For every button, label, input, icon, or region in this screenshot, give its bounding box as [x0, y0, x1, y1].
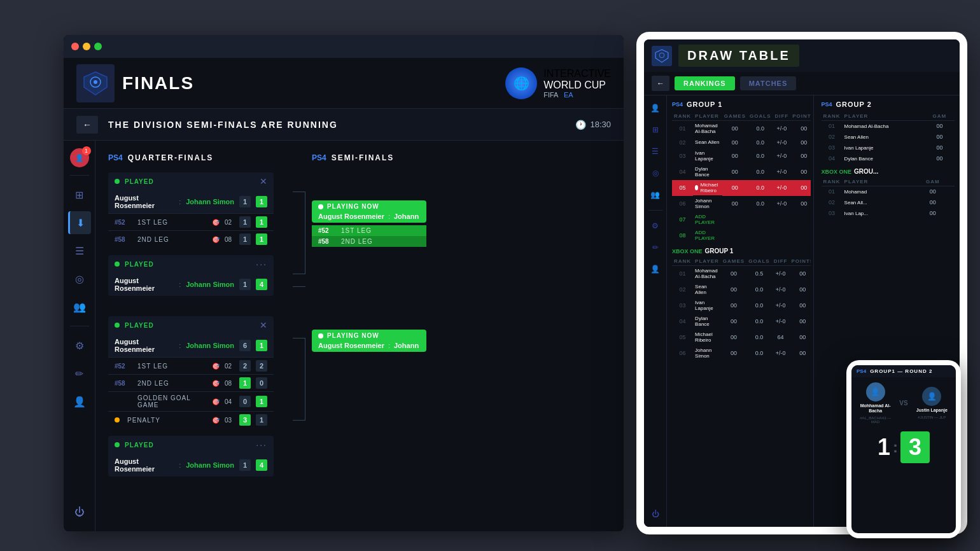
fifa-text: INTERACTIVE WORLD CUP FIFA EA — [543, 68, 611, 99]
tablet-back-button[interactable]: ← — [652, 76, 669, 91]
player-michael: Michael Ribeiro — [693, 180, 722, 196]
tablet-sidebar-power[interactable]: ⏻ — [648, 506, 663, 522]
maximize-dot[interactable] — [94, 43, 102, 50]
back-button[interactable]: ← — [76, 116, 98, 134]
games-03: 00 — [722, 148, 748, 164]
sidebar-divider-1 — [70, 175, 89, 176]
match-card-2: PLAYED ··· August Rosenmeier : Johann Si… — [108, 255, 274, 296]
match-card-4: PLAYED ··· August Rosenmeier : Johann Si… — [108, 436, 274, 477]
ps4-group2-header: PS4 GROUP 2 — [822, 101, 955, 108]
points-05: 00 — [790, 180, 810, 197]
diff-05: +/-0 — [773, 180, 790, 197]
xbox-col-player: PLAYER — [693, 257, 721, 266]
semi2-header: PLAYING NOW — [318, 332, 420, 339]
score2-4: 4 — [256, 459, 267, 471]
player1-name-1: August Rosenmeier — [115, 194, 174, 209]
goals-02: 0.0 — [748, 137, 773, 148]
close-dot[interactable] — [71, 43, 79, 50]
tablet-sidebar-avatar[interactable]: 👤 — [648, 101, 663, 116]
semi2-colon: : — [388, 342, 390, 349]
rank-07: 07 — [672, 212, 693, 228]
svg-marker-3 — [655, 50, 668, 62]
close-button-3[interactable]: ✕ — [260, 320, 267, 330]
player1-name-4: August Rosenmeier — [115, 457, 174, 473]
match-card-1: PLAYED ✕ August Rosenmeier : Johann Simo… — [108, 172, 274, 248]
fifa-globe-icon: 🌐 — [505, 67, 537, 99]
score-colon-2: : — [179, 281, 181, 288]
xbox-group2-table: RANK PLAYER GAM 01Mohamad00 02 — [822, 178, 955, 219]
diff-04: +/-0 — [773, 164, 790, 180]
xbox-col-rank: RANK — [672, 257, 693, 266]
table-row: 01Mohamad Al-Bacha 000.5 +/-000 ✕ — [672, 266, 811, 282]
more-button-2[interactable]: ··· — [256, 259, 267, 269]
ps4-icon: PS4 — [108, 153, 123, 162]
leg2-label-1: 2ND LEG — [137, 236, 207, 243]
phone-inner: PS4 GROUP1 — ROUND 2 👤 Mohhamad Al-Bacha… — [851, 365, 956, 533]
tablet-sidebar-settings[interactable]: ⚙ — [648, 218, 663, 234]
sidebar-icon-settings[interactable]: ⚙ — [68, 334, 91, 357]
table-row: 02Sean Allen00 — [822, 132, 955, 143]
add-player-row-7[interactable]: 07 ADD PLAYER + — [672, 212, 811, 228]
sidebar-icon-profile[interactable]: 👤 — [68, 390, 91, 413]
points-03: 00 — [790, 148, 810, 164]
leg2-row-1: #58 2ND LEG 🎯 08 1 1 — [108, 230, 274, 248]
tablet-sidebar-person[interactable]: 👤 — [648, 262, 663, 277]
semi1-colon: : — [388, 213, 390, 220]
points-02: 00 — [790, 137, 810, 148]
time-value: 18:30 — [590, 120, 611, 129]
sidebar-icon-grid[interactable]: ⊞ — [68, 183, 91, 206]
tablet-title-box: DRAW TABLE — [678, 45, 799, 67]
matches-tab[interactable]: MATCHES — [740, 76, 797, 90]
leg2-s1-1: 1 — [239, 234, 251, 245]
table-row: 02Sean Allen 000.0 +/-000 ✕ — [672, 282, 811, 298]
main-content: PS4 QUARTER-FINALS PLAYED ✕ August Rosen… — [95, 141, 624, 531]
semi2-playing-now: PLAYING NOW August Rosenmeier : Johann — [312, 330, 426, 352]
phone-player1-tag: #AL_BACHA43 — MAD — [857, 416, 894, 424]
score-colon-1: : — [179, 198, 181, 206]
tablet-sidebar-edit[interactable]: ✏ — [648, 240, 663, 255]
score1-2: 1 — [239, 279, 251, 290]
tablet-sidebar: 👤 ⊞ ☰ ◎ 👥 ⚙ ✏ 👤 ⏻ — [644, 95, 667, 527]
xbox-col-games: GAMES — [721, 257, 746, 266]
score1-3: 6 — [239, 340, 251, 351]
score1-1: 1 — [239, 196, 251, 207]
sidebar-icon-power[interactable]: ⏻ — [68, 501, 91, 524]
sidebar-icon-users[interactable]: 👥 — [68, 295, 91, 318]
leg2-s2-3: 0 — [256, 377, 267, 389]
more-button-4[interactable]: ··· — [256, 440, 267, 450]
table-row: 04Dylan Bance00 — [822, 153, 955, 164]
player2-name-2: Johann Simon — [186, 281, 234, 288]
minimize-dot[interactable] — [83, 43, 90, 50]
phone-player1-card: 👤 Mohhamad Al-Bacha #AL_BACHA43 — MAD — [857, 382, 894, 424]
rankings-tab[interactable]: RANKINGS — [675, 76, 735, 90]
tablet-sidebar-list[interactable]: ☰ — [648, 144, 663, 159]
sidebar-icon-list[interactable]: ☰ — [68, 239, 91, 262]
phone-score-row: 1 : 3 — [878, 431, 930, 463]
table-row: 06Johann Simon 000.0 +/-000 ✕ — [672, 345, 811, 361]
close-button-1[interactable]: ✕ — [260, 176, 267, 186]
tablet-sidebar-circle[interactable]: ◎ — [648, 165, 663, 181]
table-row: 02Sean All...00 — [822, 197, 955, 208]
leg2-num-3: #58 — [115, 380, 132, 387]
add-player-row-8[interactable]: 08 ADD PLAYER + — [672, 228, 811, 244]
games-01: 00 — [722, 121, 748, 137]
goals-01: 0.0 — [748, 121, 773, 137]
leg2-num-1: #58 — [115, 236, 132, 243]
score2-3: 1 — [256, 340, 267, 351]
tablet-sidebar-users[interactable]: 👥 — [648, 187, 663, 202]
leg1-icon-1: 🎯 — [212, 219, 220, 226]
leg1-row-3: #52 1ST LEG 🎯 02 2 2 — [108, 357, 274, 374]
sidebar-icon-circle[interactable]: ◎ — [68, 267, 91, 290]
nav-title: THE DIVISION SEMI-FINALS ARE RUNNING — [108, 120, 565, 130]
phone-player2-tag: #JUSTIN — JLP — [918, 415, 946, 419]
sidebar-icon-download[interactable]: ⬇ — [68, 211, 91, 234]
tablet-header: DRAW TABLE — [644, 39, 960, 72]
leg3-s2-3: 1 — [256, 396, 267, 407]
player2-name-1: Johann Simon — [186, 198, 234, 206]
tablet-sidebar-grid[interactable]: ⊞ — [648, 122, 663, 137]
diff-01: +/-0 — [773, 121, 790, 137]
sidebar-icon-edit[interactable]: ✏ — [68, 362, 91, 385]
user-avatar[interactable]: 👤 — [70, 148, 89, 167]
xbox-col-points: POINTS — [789, 257, 810, 266]
semi1-leg1-label: 1ST LEG — [341, 227, 372, 234]
